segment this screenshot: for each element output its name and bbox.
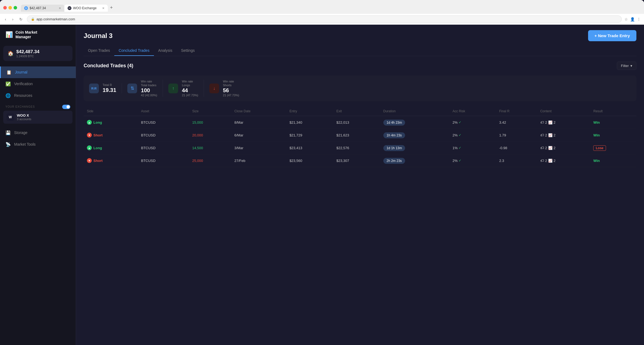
col-side: Side xyxy=(84,107,138,116)
side-label: Short xyxy=(93,159,103,163)
longs-sub: 21 (47.73%) xyxy=(182,94,198,97)
sidebar-balance[interactable]: 🏠 $42,487.34 1.24939 BTC xyxy=(3,46,72,61)
main-content: Journal 3 + New Trade Entry Open Trades … xyxy=(76,25,644,345)
duration-badge: 1d 4h 23m xyxy=(383,120,405,126)
chart-icon: 📈 xyxy=(548,159,553,163)
balance-btc: 1.24939 BTC xyxy=(16,55,39,58)
table-row[interactable]: ▼ Short BTCUSD 20,000 6/Mar $21,729 $21,… xyxy=(84,129,636,142)
menu-button[interactable]: ⋮ xyxy=(637,17,641,21)
sidebar-nav: 📋 Journal ✅ Verification 🌐 Resources YOU… xyxy=(0,66,76,343)
col-result: Result xyxy=(590,107,636,116)
cmm-tab-close[interactable]: ✕ xyxy=(59,7,61,10)
tab-concluded-trades[interactable]: Concluded Trades xyxy=(114,46,154,56)
minimize-window-button[interactable] xyxy=(8,6,12,9)
sidebar-item-journal[interactable]: 📋 Journal xyxy=(0,66,76,78)
col-asset: Asset xyxy=(138,107,189,116)
exchange-item-woo[interactable]: W WOO X 3 accounts xyxy=(3,111,72,124)
chart-icon: 📈 xyxy=(548,120,553,124)
tab-settings[interactable]: Settings xyxy=(177,46,199,56)
tabs-nav: Open Trades Concluded Trades Analysis Se… xyxy=(84,46,636,56)
cell-asset: BTCUSD xyxy=(138,129,189,142)
filter-button[interactable]: Filter ▾ xyxy=(617,62,636,70)
cell-acc-risk: 2% ✓ xyxy=(449,129,496,142)
cell-close-date: 27/Feb xyxy=(231,154,286,167)
content-charts: 2 xyxy=(554,120,555,124)
browser-chrome: M $42,487.34 ✕ W WOO Exchange ✕ + ‹ › ↻ … xyxy=(0,0,644,25)
result-badge: Win xyxy=(593,159,600,163)
traffic-lights xyxy=(3,6,17,9)
table-body: ▲ Long BTCUSD 15,000 8/Mar $21,340 $22,0… xyxy=(84,116,636,167)
cell-side: ▼ Short xyxy=(84,154,138,167)
table-row[interactable]: ▲ Long BTCUSD 14,500 3/Mar $23,413 $22,5… xyxy=(84,142,636,154)
cell-acc-risk: 2% ✓ xyxy=(449,116,496,129)
chart-icon: 📈 xyxy=(548,133,553,137)
close-window-button[interactable] xyxy=(3,6,7,9)
acc-risk-value: 2% xyxy=(453,159,458,163)
sidebar-market-tools-label: Market Tools xyxy=(14,142,36,146)
tab-analysis[interactable]: Analysis xyxy=(154,46,177,56)
check-icon: ✓ xyxy=(459,146,461,150)
table-row[interactable]: ▲ Long BTCUSD 15,000 8/Mar $21,340 $22,0… xyxy=(84,116,636,129)
sidebar-item-resources[interactable]: 🌐 Resources xyxy=(0,90,76,101)
result-badge: Win xyxy=(593,133,600,137)
profile-button[interactable]: 👤 xyxy=(630,17,635,21)
duration-badge: 1d 1h 13m xyxy=(383,145,405,151)
cell-result: Win xyxy=(590,116,636,129)
sidebar-item-market-tools[interactable]: 📡 Market Tools xyxy=(0,139,76,150)
sidebar-item-verification[interactable]: ✅ Verification xyxy=(0,78,76,90)
check-icon: ✓ xyxy=(459,133,461,137)
address-bar[interactable]: 🔒 app.coinmarketman.com xyxy=(27,15,622,23)
cell-asset: BTCUSD xyxy=(138,142,189,154)
cell-result: Lose xyxy=(590,142,636,154)
browser-tab-woo[interactable]: W WOO Exchange ✕ xyxy=(64,5,108,12)
fav-toggle[interactable] xyxy=(62,105,70,109)
shorts-label: Shorts xyxy=(223,84,239,87)
section-header: Concluded Trades (4) Filter ▾ xyxy=(84,62,636,70)
cell-final-r: 3.42 xyxy=(496,116,537,129)
cell-duration: 1h 4m 23s xyxy=(380,129,449,142)
new-trade-button[interactable]: + New Trade Entry xyxy=(588,30,636,41)
balance-info: $42,487.34 1.24939 BTC xyxy=(16,49,39,58)
bookmark-button[interactable]: ☆ xyxy=(624,17,628,21)
side-dot: ▼ xyxy=(87,158,92,163)
exchange-name: WOO X xyxy=(17,113,31,117)
exchanges-section-label: YOUR EXCHANGES xyxy=(0,101,76,111)
cell-final-r: 1.79 xyxy=(496,129,537,142)
home-icon: 🏠 xyxy=(8,50,14,56)
trade-table: Side Asset Size Close Date Entry Exit Du… xyxy=(84,107,636,167)
cell-duration: 1d 4h 23m xyxy=(380,116,449,129)
market-tools-icon: 📡 xyxy=(5,142,11,147)
new-tab-button[interactable]: + xyxy=(108,4,115,12)
cell-content: 🏷 2 📈 2 xyxy=(537,142,590,154)
longs-values: Win rate Longs 44 21 (47.73%) xyxy=(182,80,198,97)
fav-toggle-dot xyxy=(67,105,70,108)
stat-shorts: ↓ Win rate Shorts 56 21 (47.73%) xyxy=(204,80,245,97)
shorts-icon: ↓ xyxy=(209,84,219,93)
back-button[interactable]: ‹ xyxy=(3,16,8,23)
browser-titlebar: M $42,487.34 ✕ W WOO Exchange ✕ + xyxy=(0,2,644,14)
tab-open-trades[interactable]: Open Trades xyxy=(84,46,114,56)
table-row[interactable]: ▼ Short BTCUSD 25,000 27/Feb $23,560 $23… xyxy=(84,154,636,167)
app-container: 📊 Coin MarketManager 🏠 $42,487.34 1.2493… xyxy=(0,25,644,345)
tag-icon: 🏷 xyxy=(540,146,544,150)
browser-nav: ‹ › ↻ 🔒 app.coinmarketman.com ☆ 👤 ⋮ xyxy=(0,14,644,25)
browser-tab-cmm[interactable]: M $42,487.34 ✕ xyxy=(21,5,64,12)
total-sub: 42 (42.00%) xyxy=(141,94,157,97)
sidebar-logo: 📊 Coin MarketManager xyxy=(0,30,76,46)
browser-tabs: M $42,487.34 ✕ W WOO Exchange ✕ + xyxy=(21,4,641,12)
content-charts: 2 xyxy=(554,146,555,150)
check-icon: ✓ xyxy=(459,120,461,124)
lock-icon: 🔒 xyxy=(31,17,35,21)
reload-button[interactable]: ↻ xyxy=(18,16,24,23)
col-duration: Duration xyxy=(380,107,449,116)
sidebar-resources-label: Resources xyxy=(14,93,32,98)
acc-risk-value: 2% xyxy=(453,120,458,124)
col-final-r: Final R xyxy=(496,107,537,116)
sidebar-item-storage[interactable]: 💾 Storage xyxy=(0,127,76,139)
woo-tab-close[interactable]: ✕ xyxy=(102,7,105,10)
cell-result: Win xyxy=(590,154,636,167)
maximize-window-button[interactable] xyxy=(14,6,17,9)
longs-value: 44 xyxy=(182,87,198,94)
forward-button[interactable]: › xyxy=(11,16,15,23)
duration-badge: 1h 4m 23s xyxy=(383,132,405,138)
